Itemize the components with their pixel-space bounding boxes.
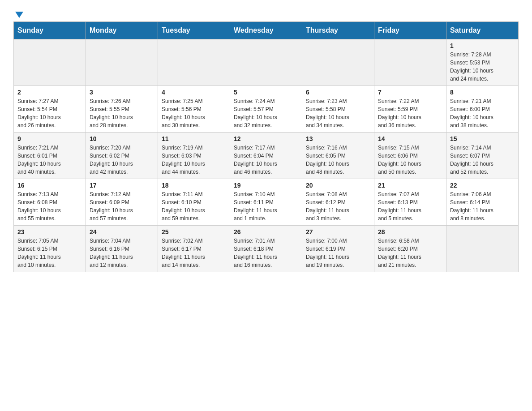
day-number: 9 (17, 135, 82, 142)
svg-marker-0 (15, 12, 23, 18)
day-number: 20 (306, 182, 370, 189)
day-number: 23 (17, 228, 82, 235)
day-number: 27 (306, 228, 370, 235)
calendar-cell: 27Sunrise: 7:00 AM Sunset: 6:19 PM Dayli… (302, 226, 374, 272)
calendar-cell (230, 39, 302, 86)
day-info: Sunrise: 7:26 AM Sunset: 5:55 PM Dayligh… (90, 97, 154, 129)
calendar-cell: 11Sunrise: 7:19 AM Sunset: 6:03 PM Dayli… (158, 133, 230, 179)
calendar-cell: 17Sunrise: 7:12 AM Sunset: 6:09 PM Dayli… (86, 179, 158, 226)
day-number: 12 (234, 135, 298, 142)
day-number: 15 (450, 135, 515, 142)
day-info: Sunrise: 7:10 AM Sunset: 6:11 PM Dayligh… (234, 190, 298, 223)
day-number: 25 (162, 228, 226, 235)
day-number: 13 (306, 135, 370, 142)
calendar-cell: 2Sunrise: 7:27 AM Sunset: 5:54 PM Daylig… (14, 86, 86, 133)
calendar-cell: 5Sunrise: 7:24 AM Sunset: 5:57 PM Daylig… (230, 86, 302, 133)
day-info: Sunrise: 7:14 AM Sunset: 6:07 PM Dayligh… (450, 144, 515, 176)
calendar-cell: 19Sunrise: 7:10 AM Sunset: 6:11 PM Dayli… (230, 179, 302, 226)
calendar-cell: 20Sunrise: 7:08 AM Sunset: 6:12 PM Dayli… (302, 179, 374, 226)
day-info: Sunrise: 7:16 AM Sunset: 6:05 PM Dayligh… (306, 144, 370, 176)
day-info: Sunrise: 6:58 AM Sunset: 6:20 PM Dayligh… (378, 237, 442, 269)
weekday-header-saturday: Saturday (446, 22, 519, 39)
day-info: Sunrise: 7:19 AM Sunset: 6:03 PM Dayligh… (162, 144, 226, 176)
day-number: 5 (234, 89, 298, 96)
day-number: 8 (450, 89, 515, 96)
day-number: 16 (17, 182, 82, 189)
calendar-cell: 21Sunrise: 7:07 AM Sunset: 6:13 PM Dayli… (374, 179, 446, 226)
calendar-cell (446, 226, 519, 272)
calendar-cell: 7Sunrise: 7:22 AM Sunset: 5:59 PM Daylig… (374, 86, 446, 133)
calendar-cell: 6Sunrise: 7:23 AM Sunset: 5:58 PM Daylig… (302, 86, 374, 133)
weekday-header-sunday: Sunday (14, 22, 86, 39)
calendar-cell: 13Sunrise: 7:16 AM Sunset: 6:05 PM Dayli… (302, 133, 374, 179)
day-number: 3 (90, 89, 154, 96)
calendar-week-row: 16Sunrise: 7:13 AM Sunset: 6:08 PM Dayli… (14, 179, 519, 226)
day-number: 21 (378, 182, 442, 189)
day-number: 19 (234, 182, 298, 189)
day-number: 22 (450, 182, 515, 189)
day-info: Sunrise: 7:20 AM Sunset: 6:02 PM Dayligh… (90, 144, 154, 176)
day-number: 24 (90, 228, 154, 235)
calendar-cell: 14Sunrise: 7:15 AM Sunset: 6:06 PM Dayli… (374, 133, 446, 179)
calendar-cell (158, 39, 230, 86)
logo (13, 9, 24, 17)
day-info: Sunrise: 7:13 AM Sunset: 6:08 PM Dayligh… (17, 190, 82, 223)
day-number: 10 (90, 135, 154, 142)
calendar-cell: 9Sunrise: 7:21 AM Sunset: 6:01 PM Daylig… (14, 133, 86, 179)
calendar-cell: 26Sunrise: 7:01 AM Sunset: 6:18 PM Dayli… (230, 226, 302, 272)
day-number: 1 (450, 42, 515, 49)
calendar-cell: 16Sunrise: 7:13 AM Sunset: 6:08 PM Dayli… (14, 179, 86, 226)
day-info: Sunrise: 7:28 AM Sunset: 5:53 PM Dayligh… (450, 51, 515, 83)
calendar-cell: 3Sunrise: 7:26 AM Sunset: 5:55 PM Daylig… (86, 86, 158, 133)
day-number: 17 (90, 182, 154, 189)
calendar-week-row: 2Sunrise: 7:27 AM Sunset: 5:54 PM Daylig… (14, 86, 519, 133)
calendar-cell: 28Sunrise: 6:58 AM Sunset: 6:20 PM Dayli… (374, 226, 446, 272)
day-info: Sunrise: 7:23 AM Sunset: 5:58 PM Dayligh… (306, 97, 370, 129)
weekday-header-tuesday: Tuesday (158, 22, 230, 39)
calendar-cell (14, 39, 86, 86)
weekday-header-thursday: Thursday (302, 22, 374, 39)
day-number: 18 (162, 182, 226, 189)
day-info: Sunrise: 7:00 AM Sunset: 6:19 PM Dayligh… (306, 237, 370, 269)
weekday-header-wednesday: Wednesday (230, 22, 302, 39)
day-info: Sunrise: 7:25 AM Sunset: 5:56 PM Dayligh… (162, 97, 226, 129)
day-info: Sunrise: 7:24 AM Sunset: 5:57 PM Dayligh… (234, 97, 298, 129)
calendar-cell: 12Sunrise: 7:17 AM Sunset: 6:04 PM Dayli… (230, 133, 302, 179)
calendar-cell: 8Sunrise: 7:21 AM Sunset: 6:00 PM Daylig… (446, 86, 519, 133)
calendar-cell: 10Sunrise: 7:20 AM Sunset: 6:02 PM Dayli… (86, 133, 158, 179)
day-info: Sunrise: 7:07 AM Sunset: 6:13 PM Dayligh… (378, 190, 442, 223)
calendar-cell: 24Sunrise: 7:04 AM Sunset: 6:16 PM Dayli… (86, 226, 158, 272)
day-info: Sunrise: 7:27 AM Sunset: 5:54 PM Dayligh… (17, 97, 82, 129)
day-info: Sunrise: 7:02 AM Sunset: 6:17 PM Dayligh… (162, 237, 226, 269)
calendar-cell: 18Sunrise: 7:11 AM Sunset: 6:10 PM Dayli… (158, 179, 230, 226)
calendar-cell (86, 39, 158, 86)
day-info: Sunrise: 7:05 AM Sunset: 6:15 PM Dayligh… (17, 237, 82, 269)
weekday-header-monday: Monday (86, 22, 158, 39)
calendar-cell: 1Sunrise: 7:28 AM Sunset: 5:53 PM Daylig… (446, 39, 519, 86)
calendar-cell: 4Sunrise: 7:25 AM Sunset: 5:56 PM Daylig… (158, 86, 230, 133)
calendar-week-row: 23Sunrise: 7:05 AM Sunset: 6:15 PM Dayli… (14, 226, 519, 272)
calendar-week-row: 1Sunrise: 7:28 AM Sunset: 5:53 PM Daylig… (14, 39, 519, 86)
day-info: Sunrise: 7:08 AM Sunset: 6:12 PM Dayligh… (306, 190, 370, 223)
day-info: Sunrise: 7:21 AM Sunset: 6:00 PM Dayligh… (450, 97, 515, 129)
day-info: Sunrise: 7:15 AM Sunset: 6:06 PM Dayligh… (378, 144, 442, 176)
day-number: 4 (162, 89, 226, 96)
calendar-cell: 25Sunrise: 7:02 AM Sunset: 6:17 PM Dayli… (158, 226, 230, 272)
day-info: Sunrise: 7:17 AM Sunset: 6:04 PM Dayligh… (234, 144, 298, 176)
day-info: Sunrise: 7:04 AM Sunset: 6:16 PM Dayligh… (90, 237, 154, 269)
calendar-week-row: 9Sunrise: 7:21 AM Sunset: 6:01 PM Daylig… (14, 133, 519, 179)
weekday-header-friday: Friday (374, 22, 446, 39)
calendar-cell (374, 39, 446, 86)
day-info: Sunrise: 7:06 AM Sunset: 6:14 PM Dayligh… (450, 190, 515, 223)
day-info: Sunrise: 7:01 AM Sunset: 6:18 PM Dayligh… (234, 237, 298, 269)
calendar-cell: 22Sunrise: 7:06 AM Sunset: 6:14 PM Dayli… (446, 179, 519, 226)
calendar-header-row: SundayMondayTuesdayWednesdayThursdayFrid… (14, 22, 519, 39)
calendar-table: SundayMondayTuesdayWednesdayThursdayFrid… (13, 21, 519, 272)
calendar-cell: 15Sunrise: 7:14 AM Sunset: 6:07 PM Dayli… (446, 133, 519, 179)
calendar-cell (302, 39, 374, 86)
day-info: Sunrise: 7:22 AM Sunset: 5:59 PM Dayligh… (378, 97, 442, 129)
calendar-cell: 23Sunrise: 7:05 AM Sunset: 6:15 PM Dayli… (14, 226, 86, 272)
day-number: 2 (17, 89, 82, 96)
day-info: Sunrise: 7:12 AM Sunset: 6:09 PM Dayligh… (90, 190, 154, 223)
day-info: Sunrise: 7:21 AM Sunset: 6:01 PM Dayligh… (17, 144, 82, 176)
